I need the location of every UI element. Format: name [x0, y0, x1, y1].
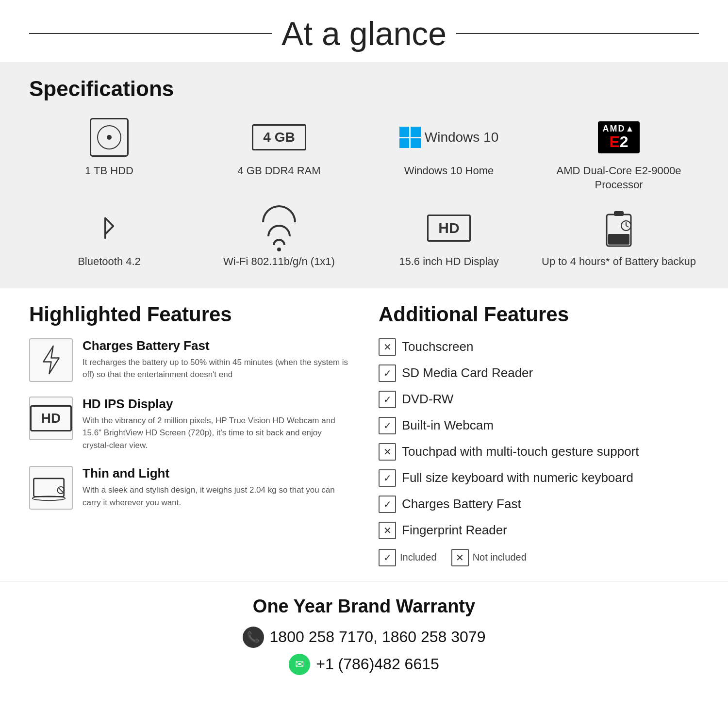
svg-line-7 — [626, 226, 629, 227]
amd-icon: AMD▲ E2 — [598, 116, 640, 159]
af-item-sd-reader: ✓SD Media Card Reader — [379, 364, 699, 382]
checkmark-icon: ✓ — [379, 496, 396, 513]
svg-marker-8 — [43, 346, 59, 374]
additional-features: Additional Features ✕Touchscreen✓SD Medi… — [379, 303, 699, 566]
amd-top-text: AMD▲ — [603, 124, 635, 134]
battery-icon — [604, 206, 633, 250]
legend-x-icon: ✕ — [451, 549, 469, 566]
af-label-sd-reader: SD Media Card Reader — [402, 365, 533, 381]
wifi-icon — [262, 206, 296, 250]
win-grid — [399, 127, 421, 148]
svg-rect-4 — [608, 234, 629, 245]
cpu-label: AMD Dual-Core E2-9000e Processor — [539, 164, 699, 192]
charges-fast-text: Charges Battery Fast It recharges the ba… — [83, 338, 349, 381]
af-label-dvd-rw: DVD-RW — [402, 392, 453, 407]
af-item-fingerprint: ✕Fingerprint Reader — [379, 522, 699, 539]
warranty-title: One Year Brand Warranty — [29, 596, 699, 617]
header-line-right — [456, 33, 699, 34]
spec-wifi: Wi-Fi 802.11b/g/n (1x1) — [199, 206, 359, 269]
hd-ips-text: HD IPS Display With the vibrancy of 2 mi… — [83, 397, 349, 452]
windows-label: Windows 10 — [425, 130, 499, 145]
whatsapp-icon: ✉ — [289, 654, 310, 675]
hd-display-icon: HD — [427, 206, 470, 250]
af-item-dvd-rw: ✓DVD-RW — [379, 391, 699, 408]
ram-label: 4 GB DDR4 RAM — [237, 164, 320, 178]
legend: ✓ Included ✕ Not included — [379, 549, 699, 566]
hd-ips-box: HD — [30, 405, 72, 431]
warranty-section: One Year Brand Warranty 📞 1800 258 7170,… — [0, 581, 728, 695]
wifi-label: Wi-Fi 802.11b/g/n (1x1) — [223, 255, 335, 269]
hdd-label: 1 TB HDD — [85, 164, 133, 178]
af-label-charges-fast: Charges Battery Fast — [402, 496, 521, 512]
battery-label: Up to 4 hours* of Battery backup — [542, 255, 696, 269]
x-icon: ✕ — [379, 522, 396, 539]
af-item-touchpad: ✕Touchpad with multi-touch gesture suppo… — [379, 443, 699, 461]
lightning-svg — [38, 344, 65, 376]
checkmark-icon: ✓ — [379, 364, 396, 382]
ram-box-text: 4 GB — [252, 124, 306, 150]
spec-hdd: 1 TB HDD — [29, 116, 189, 192]
af-label-webcam: Built-in Webcam — [402, 418, 494, 433]
x-icon: ✕ — [379, 338, 396, 356]
page-title: At a glance — [281, 15, 447, 52]
specs-section: Specifications 1 TB HDD 4 GB 4 GB DDR4 R… — [0, 62, 728, 288]
svg-point-0 — [104, 217, 106, 219]
phone-icon: 📞 — [243, 627, 264, 648]
af-list: ✕Touchscreen✓SD Media Card Reader✓DVD-RW… — [379, 338, 699, 539]
warranty-whatsapp-number: +1 (786)482 6615 — [316, 655, 439, 673]
specs-title: Specifications — [29, 77, 699, 101]
legend-not-included-label: Not included — [473, 552, 527, 563]
legend-included-label: Included — [400, 552, 437, 563]
thin-light-text: Thin and Light With a sleek and stylish … — [83, 466, 349, 509]
spec-display: HD 15.6 inch HD Display — [369, 206, 529, 269]
hd-ips-icon: HD — [29, 397, 73, 440]
af-label-touchscreen: Touchscreen — [402, 339, 473, 354]
af-label-touchpad: Touchpad with multi-touch gesture suppor… — [402, 444, 639, 459]
warranty-phone-number: 1800 258 7170, 1860 258 3079 — [270, 628, 486, 646]
amd-e2-text: E2 — [609, 133, 628, 150]
thin-light-title: Thin and Light — [83, 466, 349, 481]
charges-fast-desc: It recharges the battery up to 50% withi… — [83, 356, 349, 381]
battery-svg — [604, 209, 633, 248]
af-label-fingerprint: Fingerprint Reader — [402, 523, 507, 538]
bluetooth-label: Bluetooth 4.2 — [78, 255, 141, 269]
legend-included: ✓ Included — [379, 549, 437, 566]
bluetooth-svg — [97, 214, 121, 243]
windows-icon: Windows 10 — [399, 116, 499, 159]
ram-icon: 4 GB — [252, 116, 306, 159]
af-item-touchscreen: ✕Touchscreen — [379, 338, 699, 356]
warranty-whatsapp-row: ✉ +1 (786)482 6615 — [29, 654, 699, 675]
highlighted-title: Highlighted Features — [29, 303, 349, 326]
hl-thin-light: Thin and Light With a sleek and stylish … — [29, 466, 349, 510]
checkmark-icon: ✓ — [379, 469, 396, 487]
bluetooth-icon — [97, 206, 121, 250]
spec-battery: Up to 4 hours* of Battery backup — [539, 206, 699, 269]
hd-box-text: HD — [427, 215, 470, 242]
x-icon: ✕ — [379, 443, 396, 461]
os-label: Windows 10 Home — [404, 164, 494, 178]
hd-ips-title: HD IPS Display — [83, 397, 349, 412]
spec-os: Windows 10 Windows 10 Home — [369, 116, 529, 192]
svg-rect-3 — [614, 211, 624, 216]
thin-svg — [32, 475, 70, 501]
features-container: Highlighted Features Charges Battery Fas… — [0, 288, 728, 581]
display-label: 15.6 inch HD Display — [399, 255, 498, 269]
highlighted-features: Highlighted Features Charges Battery Fas… — [29, 303, 349, 525]
spec-ram: 4 GB 4 GB DDR4 RAM — [199, 116, 359, 192]
checkmark-icon: ✓ — [379, 391, 396, 408]
hd-ips-desc: With the vibrancy of 2 million pixels, H… — [83, 414, 349, 452]
af-item-keyboard: ✓Full size keyboard with numeric keyboar… — [379, 469, 699, 487]
thin-light-desc: With a sleek and stylish design, it weig… — [83, 484, 349, 509]
legend-not-included: ✕ Not included — [451, 549, 527, 566]
header: At a glance — [0, 0, 728, 62]
legend-check-icon: ✓ — [379, 549, 396, 566]
svg-rect-9 — [33, 479, 64, 496]
warranty-phone-row: 📞 1800 258 7170, 1860 258 3079 — [29, 627, 699, 648]
thin-icon — [29, 466, 73, 510]
svg-line-12 — [58, 487, 64, 493]
spec-bluetooth: Bluetooth 4.2 — [29, 206, 189, 269]
af-item-charges-fast: ✓Charges Battery Fast — [379, 496, 699, 513]
spec-cpu: AMD▲ E2 AMD Dual-Core E2-9000e Processor — [539, 116, 699, 192]
af-label-keyboard: Full size keyboard with numeric keyboard — [402, 470, 633, 485]
charges-fast-title: Charges Battery Fast — [83, 338, 349, 353]
